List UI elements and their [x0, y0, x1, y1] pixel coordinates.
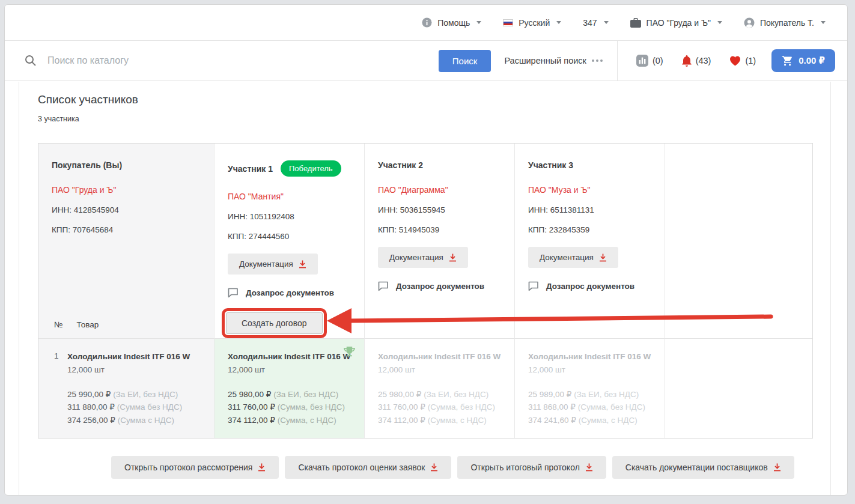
price-block: 25 989,00 ₽ (За ЕИ, без НДС) 311 868,00 …: [528, 388, 651, 427]
chevron-down-icon: [556, 21, 561, 24]
product-qty: 12,000 шт: [528, 365, 651, 374]
documentation-label: Документация: [389, 253, 443, 262]
documentation-button[interactable]: Документация: [228, 254, 318, 275]
cart-total: 0.00 ₽: [799, 55, 825, 66]
search-button[interactable]: Поиск: [439, 50, 491, 72]
product-qty: 12,000 шт: [228, 365, 351, 374]
product-name: Холодильник Indesit ITF 016 W: [67, 351, 201, 363]
notifications-counter[interactable]: (43): [682, 55, 711, 67]
documentation-label: Документация: [239, 260, 293, 269]
advanced-search-link[interactable]: Расширенный поиск: [504, 56, 603, 65]
buyer-kpp: КПП: 707645684: [52, 225, 201, 234]
search-bar: Поиск Расширенный поиск (0) (43) (1) 0.0…: [5, 41, 847, 81]
unit-price: 25 980,00 ₽: [378, 390, 421, 399]
search-input[interactable]: [47, 55, 439, 66]
nav-organization[interactable]: ПАО "Груда и Ъ": [630, 17, 722, 28]
download-icon: [585, 463, 593, 472]
create-contract-button[interactable]: Создать договор: [226, 312, 323, 334]
buyer-header-cell: Покупатель (Вы) ПАО "Груда и Ъ" ИНН: 412…: [38, 144, 215, 339]
content-panel: Список участников 3 участника Покупатель…: [19, 82, 831, 495]
rerequest-label: Дозапрос документов: [246, 288, 334, 297]
participant-2-product-cell: Холодильник Indesit ITF 016 W 12,000 шт …: [365, 339, 515, 438]
sum-price-label: (Сумма, без НДС): [428, 402, 495, 411]
page-title: Список участников: [38, 93, 812, 106]
chevron-down-icon: [476, 21, 481, 24]
product-header: Товар: [76, 320, 99, 329]
notifications-count: (43): [696, 56, 711, 65]
rerequest-documents-link[interactable]: Дозапрос документов: [528, 281, 651, 291]
open-final-protocol-button[interactable]: Открыть итоговый протокол: [457, 456, 606, 479]
buyer-company-link[interactable]: ПАО "Груда и Ъ": [52, 185, 201, 195]
total-price-label: (Сумма, с НДС): [278, 416, 336, 425]
download-icon: [773, 463, 781, 472]
open-review-protocol-button[interactable]: Открыть протокол рассмотрения: [111, 456, 279, 479]
cart-button[interactable]: 0.00 ₽: [771, 49, 835, 72]
search-icon: [25, 55, 37, 67]
product-qty: 12,000 шт: [378, 365, 501, 374]
nav-language-label: Русский: [519, 18, 550, 28]
speech-bubble-icon: [378, 281, 389, 291]
winner-badge: Победитель: [281, 160, 341, 177]
nav-user[interactable]: Покупатель Т.: [744, 17, 826, 28]
divider: [617, 41, 618, 80]
rerequest-documents-link[interactable]: Дозапрос документов: [228, 288, 351, 298]
participant-1-title: Участник 1: [228, 164, 273, 174]
open-final-protocol-label: Открыть итоговый протокол: [470, 463, 579, 472]
product-name: Холодильник Indesit ITF 016 W: [378, 351, 501, 363]
nav-language[interactable]: Русский: [503, 18, 561, 28]
participant-1-kpp: КПП: 274444560: [228, 232, 351, 241]
download-evaluation-protocol-button[interactable]: Скачать протокол оценки заявок: [285, 456, 451, 479]
unit-price-label: (За ЕИ, без НДС): [113, 390, 178, 399]
sum-price: 311 868,00 ₽: [528, 402, 576, 411]
nav-counter[interactable]: 347: [583, 18, 608, 28]
advanced-search-label: Расширенный поиск: [504, 56, 586, 65]
rerequest-documents-link[interactable]: Дозапрос документов: [378, 281, 501, 291]
chevron-down-icon: [821, 21, 826, 24]
total-price-label: (Сумма с НДС): [118, 416, 174, 425]
cart-icon: [782, 55, 793, 66]
unit-price-label: (За ЕИ, без НДС): [273, 390, 338, 399]
participant-3-header-cell: Участник 3 ПАО "Муза и Ъ" ИНН: 651138113…: [515, 144, 665, 339]
download-icon: [299, 260, 306, 269]
total-price: 374 112,00 ₽: [378, 416, 425, 425]
compare-icon: [636, 55, 648, 67]
compare-counter[interactable]: (0): [636, 55, 663, 67]
download-icon: [430, 463, 438, 472]
favorites-counter[interactable]: (1): [729, 56, 756, 66]
sum-price-label: (Сумма, без НДС): [278, 402, 345, 411]
sum-price: 311 760,00 ₽: [378, 402, 425, 411]
participant-3-inn: ИНН: 6511381131: [528, 205, 651, 214]
download-icon: [599, 254, 607, 262]
favorites-count: (1): [745, 56, 756, 65]
download-supplier-docs-button[interactable]: Скачать документации поставщиков: [612, 456, 794, 479]
product-qty: 12,000 шт: [67, 365, 201, 374]
unit-price: 25 990,00 ₽: [67, 390, 111, 399]
winner-product-cell: Холодильник Indesit ITF 016 W 12,000 шт …: [215, 339, 365, 438]
participant-2-header-cell: Участник 2 ПАО "Диаграмма" ИНН: 50361559…: [365, 144, 515, 339]
trophy-icon: [344, 347, 355, 357]
nav-help[interactable]: Помощь: [422, 17, 481, 28]
total-price-label: (Сумма, с НДС): [579, 416, 637, 425]
participants-count: 3 участника: [38, 115, 812, 123]
nav-organization-label: ПАО "Груда и Ъ": [647, 18, 711, 28]
buyer-product-cell: 1 Холодильник Indesit ITF 016 W 12,000 ш…: [38, 339, 215, 438]
compare-count: (0): [653, 56, 663, 65]
row-number: 1: [54, 351, 59, 360]
participant-3-company-link[interactable]: ПАО "Муза и Ъ": [528, 185, 651, 195]
bell-icon: [682, 55, 692, 67]
documentation-button[interactable]: Документация: [528, 247, 618, 268]
sum-price-label: (Сумма без НДС): [117, 402, 183, 411]
unit-price: 25 989,00 ₽: [528, 390, 571, 399]
documentation-label: Документация: [540, 253, 594, 262]
documentation-button[interactable]: Документация: [378, 247, 468, 268]
sum-price: 311 880,00 ₽: [67, 402, 115, 411]
download-supplier-docs-label: Скачать документации поставщиков: [625, 463, 768, 472]
participant-1-company-link[interactable]: ПАО "Мантия": [228, 192, 351, 201]
flag-ru-icon: [503, 19, 513, 26]
participant-2-company-link[interactable]: ПАО "Диаграмма": [378, 185, 501, 195]
buyer-title: Покупатель (Вы): [52, 160, 122, 170]
download-icon: [258, 463, 266, 472]
unit-price-label: (За ЕИ, без НДС): [574, 390, 639, 399]
total-price-label: (Сумма, с НДС): [428, 416, 487, 425]
participant-1-inn: ИНН: 1051192408: [228, 212, 351, 221]
